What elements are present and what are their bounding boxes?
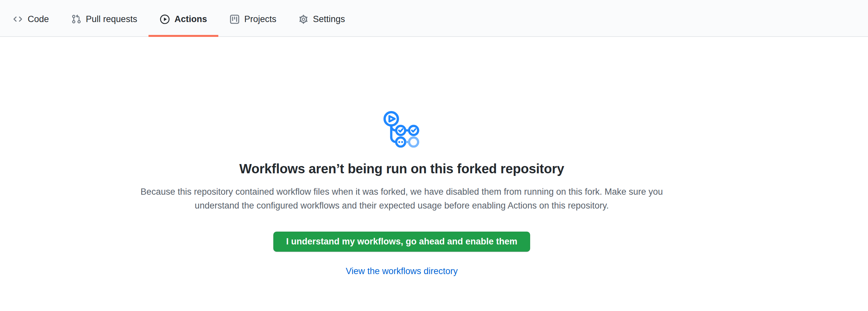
tab-projects[interactable]: Projects xyxy=(218,0,288,36)
project-board-icon xyxy=(229,14,240,24)
tab-settings-label: Settings xyxy=(313,15,345,24)
tab-code[interactable]: Code xyxy=(1,0,60,36)
blankslate-heading: Workflows aren’t being run on this forke… xyxy=(0,161,803,176)
code-icon xyxy=(12,14,23,24)
play-circle-icon xyxy=(160,14,170,24)
repo-tab-bar: Code Pull requests Actions xyxy=(0,0,868,37)
actions-blankslate: Workflows aren’t being run on this forke… xyxy=(0,37,803,276)
view-workflows-directory-link[interactable]: View the workflows directory xyxy=(346,266,458,276)
enable-workflows-button[interactable]: I understand my workflows, go ahead and … xyxy=(273,231,530,252)
workflow-graph-icon xyxy=(383,111,421,149)
tab-actions-label: Actions xyxy=(175,15,207,24)
tab-code-label: Code xyxy=(28,15,49,24)
gear-icon xyxy=(299,14,308,24)
tab-pull-requests-label: Pull requests xyxy=(86,15,137,24)
tab-actions[interactable]: Actions xyxy=(149,0,218,36)
git-pull-request-icon xyxy=(71,14,81,24)
blankslate-description: Because this repository contained workfl… xyxy=(132,185,672,213)
tab-projects-label: Projects xyxy=(244,15,277,24)
tab-pull-requests[interactable]: Pull requests xyxy=(60,0,149,36)
tab-settings[interactable]: Settings xyxy=(287,0,356,36)
